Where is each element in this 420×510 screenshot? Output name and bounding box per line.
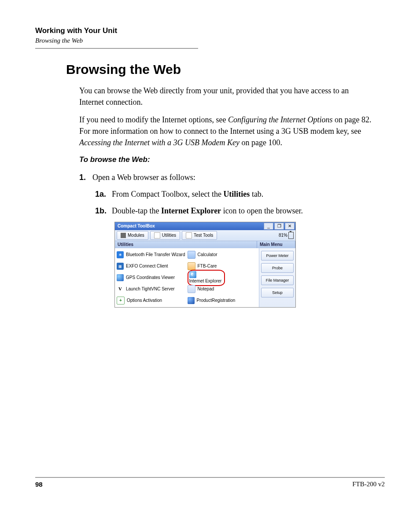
maximize-button[interactable]: ❐ <box>274 223 284 230</box>
substep-text: From Compact Toolbox, select the Utiliti… <box>112 188 372 200</box>
text: If you need to modify the Internet optio… <box>79 115 228 124</box>
battery-percent: 81% <box>279 232 287 239</box>
main-menu-panel: Power Meter Probe File Manager Setup <box>259 248 295 307</box>
minimize-button[interactable]: _ <box>264 223 273 230</box>
page-title: Browsing the Web <box>66 62 385 77</box>
test-tools-icon <box>186 232 192 238</box>
tab-bar: Modules Utilities Test Tools 81% <box>115 230 295 241</box>
tab-modules[interactable]: Modules <box>117 231 148 240</box>
utility-grid: ∗Bluetooth File Transfer Wizard Calculat… <box>115 248 259 307</box>
intro-para-1: You can browse the Web directly from you… <box>79 85 372 108</box>
btn-probe[interactable]: Probe <box>261 263 294 273</box>
highlight-circle: Internet Explorer <box>188 270 225 286</box>
item-label: GPS Coordinates Viewer <box>126 275 175 281</box>
item-label: Options Activation <box>127 297 162 304</box>
tab-utilities[interactable]: Utilities <box>150 231 180 240</box>
exfo-icon: ▦ <box>117 263 124 270</box>
item-bluetooth[interactable]: ∗Bluetooth File Transfer Wizard <box>117 251 187 259</box>
btn-power-meter[interactable]: Power Meter <box>261 251 294 261</box>
section-title: Browsing the Web <box>35 37 385 44</box>
notepad-icon <box>188 285 195 293</box>
btn-file-manager[interactable]: File Manager <box>261 275 294 285</box>
bold-utilities: Utilities <box>223 190 250 198</box>
step-number: 1. <box>79 172 92 183</box>
substep-number: 1b. <box>95 205 112 216</box>
page-footer: 98 FTB-200 v2 <box>35 477 385 488</box>
subtab-utilities[interactable]: Utilities <box>115 241 257 248</box>
item-label: Internet Explorer <box>189 279 222 283</box>
step-1: 1. Open a Web browser as follows: <box>79 172 372 183</box>
page-number: 98 <box>35 481 43 488</box>
item-gps[interactable]: GPS Coordinates Viewer <box>117 274 187 282</box>
header-rule <box>35 48 198 49</box>
item-label: FTB-Care <box>198 263 217 270</box>
intro-para-2: If you need to modify the Internet optio… <box>79 114 372 148</box>
step-text: Open a Web browser as follows: <box>92 172 372 183</box>
ie-icon <box>189 271 196 278</box>
model-label: FTB-200 v2 <box>352 481 385 488</box>
item-ftb-care[interactable]: FTB-Care <box>188 262 258 270</box>
vnc-icon: V <box>117 286 124 293</box>
utilities-icon <box>154 232 160 238</box>
text: on page 100. <box>239 138 282 147</box>
globe-icon <box>117 274 124 281</box>
text: Double-tap the <box>112 206 161 215</box>
footer-rule <box>35 477 385 478</box>
step-1a: 1a. From Compact Toolbox, select the Uti… <box>95 188 372 200</box>
item-calculator[interactable]: Calculator <box>188 251 258 259</box>
tab-label: Utilities <box>162 232 176 239</box>
item-tightvnc[interactable]: VLaunch TightVNC Server <box>117 285 187 293</box>
substep-text: Double-tap the Internet Explorer icon to… <box>112 205 372 216</box>
xref-3g: Accessing the Internet with a 3G USB Mod… <box>79 138 239 147</box>
item-options-activation[interactable]: +Options Activation <box>117 297 187 305</box>
item-label: EXFO Connect Client <box>126 263 168 270</box>
text: tab. <box>250 190 263 198</box>
bold-ie: Internet Explorer <box>161 206 221 215</box>
procedure-heading: To browse the Web: <box>79 154 372 165</box>
item-internet-explorer[interactable]: Internet Explorer <box>188 274 258 282</box>
text: From Compact Toolbox, select the <box>112 190 223 198</box>
modules-icon <box>121 233 126 238</box>
btn-setup[interactable]: Setup <box>261 288 294 297</box>
calculator-icon <box>188 251 195 259</box>
chapter-title: Working with Your Unit <box>35 26 385 35</box>
item-label: Notepad <box>198 286 214 293</box>
subtab-main-menu[interactable]: Main Menu <box>257 241 295 248</box>
bluetooth-icon: ∗ <box>117 251 124 258</box>
title-bar[interactable]: Compact ToolBox _ ❐ ✕ <box>115 222 295 230</box>
ftb-care-icon <box>188 262 195 270</box>
sub-tab-bar: Utilities Main Menu <box>115 241 295 248</box>
item-label: ProductRegistration <box>197 297 236 304</box>
tab-label: Modules <box>128 232 144 239</box>
plus-icon: + <box>117 297 125 305</box>
close-button[interactable]: ✕ <box>285 223 295 230</box>
window-title: Compact ToolBox <box>116 223 263 230</box>
registration-icon <box>188 297 195 304</box>
item-label: Launch TightVNC Server <box>126 286 175 293</box>
compact-toolbox-window: Compact ToolBox _ ❐ ✕ Modules Utilities … <box>114 222 296 308</box>
item-notepad[interactable]: Notepad <box>188 285 258 293</box>
item-product-registration[interactable]: ProductRegistration <box>188 297 258 305</box>
tab-test-tools[interactable]: Test Tools <box>182 231 217 240</box>
text: icon to open the browser. <box>221 206 303 215</box>
item-exfo-connect[interactable]: ▦EXFO Connect Client <box>117 262 187 270</box>
substep-number: 1a. <box>95 188 112 200</box>
xref-configuring: Configuring the Internet Options <box>228 115 333 124</box>
tab-label: Test Tools <box>194 232 213 239</box>
battery-icon <box>288 232 294 239</box>
item-label: Bluetooth File Transfer Wizard <box>126 252 185 258</box>
item-label: Calculator <box>198 252 217 258</box>
step-1b: 1b. Double-tap the Internet Explorer ico… <box>95 205 372 216</box>
